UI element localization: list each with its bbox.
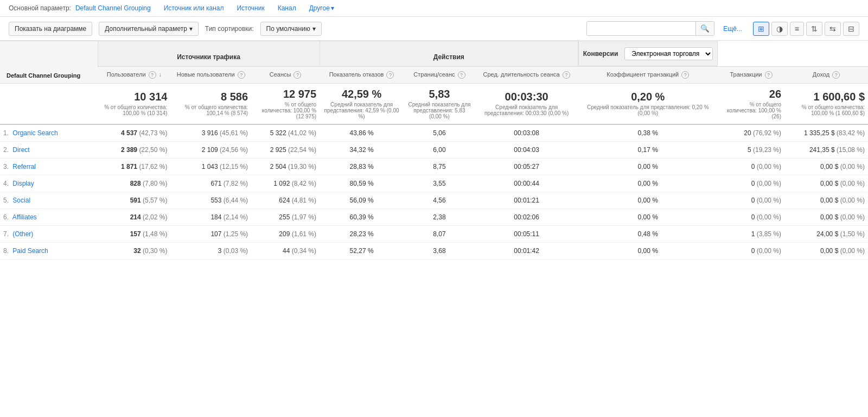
sessions-cell: 255 (1,97 %) <box>251 208 320 225</box>
channel-link-6[interactable]: (Other) <box>12 230 33 238</box>
new-users-cell: 107 (1,25 %) <box>170 225 251 242</box>
avg-duration-cell: 00:02:06 <box>475 208 578 225</box>
channel-link-2[interactable]: Referral <box>12 163 36 170</box>
conversions-section-header: Конверсии Электронная торговля <box>578 41 718 66</box>
row-num-cell: 3. Referral <box>0 158 98 175</box>
new-users-cell: 553 (6,44 %) <box>170 192 251 208</box>
bounce-cell: 43,86 % <box>320 124 404 142</box>
pages-session-cell: 4,56 <box>404 192 475 208</box>
list-view-button[interactable]: ≡ <box>790 22 804 36</box>
total-avg-duration: 00:03:30 Средний показатель для представ… <box>475 83 578 124</box>
show-chart-button[interactable]: Показать на диаграмме <box>9 22 92 36</box>
row-num-cell: 7. (Other) <box>0 225 98 242</box>
new-users-cell: 1 043 (12,15 %) <box>170 158 251 175</box>
sessions-cell: 2 925 (22,54 %) <box>251 141 320 158</box>
transactions-header: Транзакции ? <box>718 66 784 83</box>
sort-type-label: Тип сортировки: <box>205 25 254 33</box>
bounce-help-icon[interactable]: ? <box>386 71 394 79</box>
users-cell: 4 537 (42,73 %) <box>98 124 170 142</box>
other-link[interactable]: Другое ▾ <box>309 4 334 12</box>
channel-link-1[interactable]: Direct <box>12 146 29 154</box>
conversion-rate-help-icon[interactable]: ? <box>681 71 689 79</box>
revenue-cell: 24,00 $ (1,50 %) <box>784 225 868 242</box>
users-cell: 2 389 (22,50 %) <box>98 141 170 158</box>
users-sort-icon[interactable]: ↓ <box>159 72 162 78</box>
transactions-help-icon[interactable]: ? <box>765 71 773 79</box>
channel-link-0[interactable]: Organic Search <box>12 129 58 137</box>
revenue-help-icon[interactable]: ? <box>832 71 840 79</box>
users-cell: 157 (1,48 %) <box>98 225 170 242</box>
revenue-cell: 0,00 $ (0,00 %) <box>784 175 868 192</box>
compare-icon: ⇆ <box>829 24 836 33</box>
data-table-container: Default Channel Grouping Источники трафи… <box>0 41 868 260</box>
additional-param-select[interactable]: Дополнительный параметр ▾ <box>99 22 199 36</box>
total-row: 10 314 % от общего количества: 100,00 % … <box>0 83 868 124</box>
conversions-dropdown[interactable]: Электронная торговля <box>624 47 713 60</box>
users-help-icon[interactable]: ? <box>149 71 156 79</box>
sort-select[interactable]: По умолчанию ▾ <box>260 22 322 36</box>
avg-duration-cell: 00:00:44 <box>475 175 578 192</box>
sort-arrow: ▾ <box>312 25 316 33</box>
custom-view-button[interactable]: ⊟ <box>843 22 859 36</box>
custom-icon: ⊟ <box>848 24 854 33</box>
transactions-cell: 20 (76,92 %) <box>718 124 784 142</box>
channel-link-4[interactable]: Social <box>12 197 30 204</box>
total-transactions: 26 % от общего количества: 100,00 % (26) <box>718 83 784 124</box>
new-users-help-icon[interactable]: ? <box>238 71 245 79</box>
avg-duration-help-icon[interactable]: ? <box>563 71 570 79</box>
total-revenue: 1 600,60 $ % от общего количества: 100,0… <box>784 83 868 124</box>
channel-link-5[interactable]: Affiliates <box>12 213 37 221</box>
actions-section-header: Действия <box>320 41 578 67</box>
revenue-cell: 0,00 $ (0,00 %) <box>784 158 868 175</box>
users-header: Пользователи ? ↓ <box>98 66 170 83</box>
view-buttons: ⊞ ◑ ≡ ⇅ ⇆ ⊟ <box>753 22 859 36</box>
total-bounce: 42,59 % Средний показатель для представл… <box>320 83 404 124</box>
conversion-rate-cell: 0,38 % <box>578 124 718 142</box>
sessions-cell: 1 092 (8,42 %) <box>251 175 320 192</box>
sessions-header: Сеансы ? <box>251 66 320 83</box>
more-link[interactable]: Ещё... <box>723 25 742 33</box>
grid-view-button[interactable]: ⊞ <box>753 22 769 36</box>
pie-view-button[interactable]: ◑ <box>771 22 788 36</box>
table-row: 8. Paid Search 32 (0,30 %) 3 (0,03 %) 44… <box>0 242 868 259</box>
bounce-cell: 34,32 % <box>320 141 404 158</box>
conversion-rate-header: Коэффициент транзакций ? <box>578 66 718 83</box>
search-input[interactable] <box>587 22 695 35</box>
revenue-cell: 241,35 $ (15,08 %) <box>784 141 868 158</box>
users-cell: 1 871 (17,62 %) <box>98 158 170 175</box>
total-users: 10 314 % от общего количества: 100,00 % … <box>98 83 170 124</box>
avg-duration-cell: 00:05:11 <box>475 225 578 242</box>
table-row: 2. Direct 2 389 (22,50 %) 2 109 (24,56 %… <box>0 141 868 158</box>
new-users-cell: 2 109 (24,56 %) <box>170 141 251 158</box>
avg-duration-cell: 00:03:08 <box>475 124 578 142</box>
users-cell: 591 (5,57 %) <box>98 192 170 208</box>
sessions-help-icon[interactable]: ? <box>293 71 301 79</box>
pie-icon: ◑ <box>776 24 783 33</box>
settings-view-button[interactable]: ⇅ <box>806 22 822 36</box>
conversion-rate-cell: 0,00 % <box>578 208 718 225</box>
column-header-row: Пользователи ? ↓ Новые пользователи ? Се… <box>0 66 868 83</box>
transactions-cell: 1 (3,85 %) <box>718 225 784 242</box>
source-channel-link[interactable]: Источник или канал <box>164 4 224 12</box>
conversion-rate-cell: 0,00 % <box>578 192 718 208</box>
section-header-row: Default Channel Grouping Источники трафи… <box>0 41 868 67</box>
conversion-rate-cell: 0,48 % <box>578 225 718 242</box>
bounce-cell: 28,83 % <box>320 158 404 175</box>
total-label <box>0 83 98 124</box>
search-button[interactable]: 🔍 <box>695 22 714 35</box>
main-param-link[interactable]: Default Channel Grouping <box>75 4 151 12</box>
transactions-cell: 0 (0,00 %) <box>718 158 784 175</box>
source-link[interactable]: Источник <box>237 4 264 12</box>
search-container: 🔍 <box>586 21 714 36</box>
pages-session-help-icon[interactable]: ? <box>458 71 465 79</box>
channel-link-3[interactable]: Display <box>12 180 34 187</box>
analytics-table: Default Channel Grouping Источники трафи… <box>0 41 868 260</box>
channel-link-7[interactable]: Paid Search <box>12 247 48 255</box>
channel-link[interactable]: Канал <box>278 4 296 12</box>
table-row: 6. Affiliates 214 (2,02 %) 184 (2,14 %) … <box>0 208 868 225</box>
traffic-section-header: Источники трафика <box>98 41 320 67</box>
avg-duration-cell: 00:01:42 <box>475 242 578 259</box>
row-num-cell: 2. Direct <box>0 141 98 158</box>
compare-view-button[interactable]: ⇆ <box>825 22 841 36</box>
settings-icon: ⇅ <box>811 24 818 33</box>
